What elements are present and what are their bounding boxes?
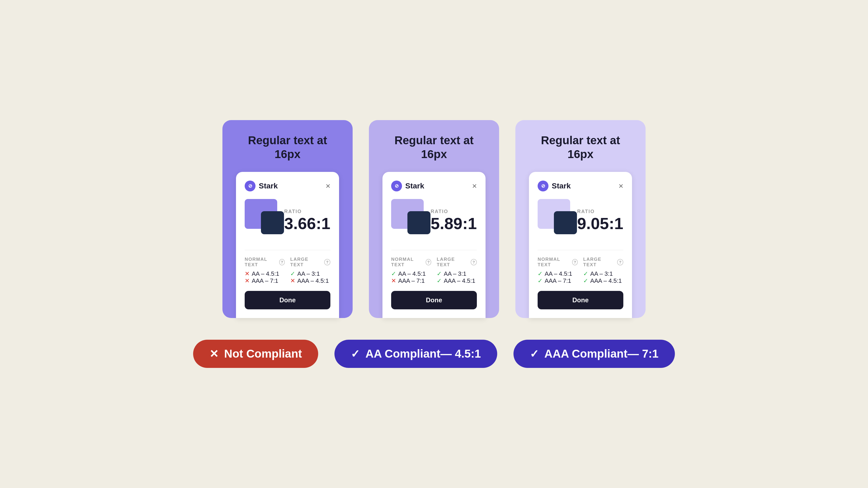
aaa-compliant-badge: ✓ AAA Compliant— 7:1 [514,340,675,368]
swatch-foreground-1 [261,211,284,234]
large-aaa-row-3: ✓ AAA – 4.5:1 [583,278,623,284]
ratio-label-3: RATIO [577,209,623,215]
normal-aaa-text-1: AAA – 7:1 [252,278,278,284]
large-aa-text-1: AA – 3:1 [297,270,320,278]
normal-text-header-1: NORMAL TEXT ? [245,257,285,268]
stark-label-3: Stark [552,182,571,190]
ratio-section-2: RATIO 5.89:1 [431,209,477,232]
not-compliant-badge: ✕ Not Compliant [193,340,318,368]
close-button-1[interactable]: × [326,182,330,190]
swatches-ratio-row-1: RATIO 3.66:1 [245,199,330,242]
large-text-label-3: LARGE TEXT [583,257,615,268]
large-aa-row-2: ✓ AA – 3:1 [437,270,477,278]
stark-label-2: Stark [405,182,424,190]
cross-icon-normal-aa-1: ✕ [245,270,250,278]
card-title-1: Regular text at 16px [236,134,339,161]
inner-card-1: ⊘ Stark × RATIO 3.66:1 [236,172,339,318]
aaa-compliant-label: AAA Compliant— 7:1 [545,347,659,360]
normal-aa-row-2: ✓ AA – 4.5:1 [391,270,431,278]
help-icon-large-1[interactable]: ? [324,259,330,265]
large-aa-text-2: AA – 3:1 [444,270,466,278]
inner-card-header-1: ⊘ Stark × [245,181,330,191]
stark-icon-2: ⊘ [391,181,402,191]
close-button-2[interactable]: × [472,182,477,190]
inner-card-2: ⊘ Stark × RATIO 5.89:1 [382,172,486,318]
done-button-3[interactable]: Done [538,291,623,310]
swatch-foreground-2 [407,211,431,234]
normal-text-label-2: NORMAL TEXT [391,257,424,268]
cross-icon-normal-aaa-1: ✕ [245,278,250,284]
check-icon-large-aa-2: ✓ [437,270,442,278]
card-title-3: Regular text at 16px [529,134,632,161]
large-aaa-row-1: ✕ AAA – 4.5:1 [290,278,330,284]
normal-text-label-3: NORMAL TEXT [538,257,570,268]
normal-aa-text-1: AA – 4.5:1 [252,270,279,278]
swatches-ratio-row-2: RATIO 5.89:1 [391,199,477,242]
normal-text-col-1: NORMAL TEXT ? ✕ AA – 4.5:1 ✕ AAA – 7:1 [245,257,285,284]
aa-compliant-icon: ✓ [351,348,360,360]
normal-aa-text-2: AA – 4.5:1 [398,270,426,278]
stark-logo-area-1: ⊘ Stark [245,181,278,191]
large-aaa-text-3: AAA – 4.5:1 [590,278,622,284]
normal-aaa-text-2: AAA – 7:1 [398,278,425,284]
divider-1 [245,250,330,250]
help-icon-large-3[interactable]: ? [617,259,623,265]
color-swatches-1 [245,199,276,234]
done-button-1[interactable]: Done [245,291,330,310]
large-text-col-3: LARGE TEXT ? ✓ AA – 3:1 ✓ AAA – 4.5:1 [583,257,623,284]
normal-aa-text-3: AA – 4.5:1 [545,270,572,278]
ratio-value-1: 3.66:1 [284,216,330,232]
large-aa-row-1: ✓ AA – 3:1 [290,270,330,278]
normal-aaa-row-1: ✕ AAA – 7:1 [245,278,285,284]
check-icon-large-aa-3: ✓ [583,270,588,278]
normal-text-col-2: NORMAL TEXT ? ✓ AA – 4.5:1 ✕ AAA – 7:1 [391,257,431,284]
cards-row: Regular text at 16px ⊘ Stark × [222,120,646,318]
inner-card-header-3: ⊘ Stark × [538,181,623,191]
compliance-columns-3: NORMAL TEXT ? ✓ AA – 4.5:1 ✓ AAA – 7:1 [538,257,623,284]
large-text-col-1: LARGE TEXT ? ✓ AA – 3:1 ✕ AAA – 4.5:1 [290,257,330,284]
check-icon-large-aa-1: ✓ [290,270,295,278]
ratio-section-1: RATIO 3.66:1 [284,209,330,232]
ratio-section-3: RATIO 9.05:1 [577,209,623,232]
normal-text-col-3: NORMAL TEXT ? ✓ AA – 4.5:1 ✓ AAA – 7:1 [538,257,578,284]
check-icon-normal-aa-2: ✓ [391,270,396,278]
large-aaa-text-2: AAA – 4.5:1 [444,278,475,284]
large-aaa-row-2: ✓ AAA – 4.5:1 [437,278,477,284]
normal-aaa-text-3: AAA – 7:1 [545,278,571,284]
normal-aaa-row-3: ✓ AAA – 7:1 [538,278,578,284]
badge-row: ✕ Not Compliant ✓ AA Compliant— 4.5:1 ✓ … [193,340,675,368]
swatch-foreground-3 [554,211,577,234]
large-text-label-2: LARGE TEXT [437,257,468,268]
close-button-3[interactable]: × [618,182,623,190]
done-button-2[interactable]: Done [391,291,477,310]
check-icon-normal-aa-3: ✓ [538,270,542,278]
help-icon-normal-2[interactable]: ? [426,259,431,265]
help-icon-normal-3[interactable]: ? [572,259,578,265]
large-text-header-3: LARGE TEXT ? [583,257,623,268]
help-icon-large-2[interactable]: ? [471,259,477,265]
stark-icon-1: ⊘ [245,181,255,191]
ratio-label-2: RATIO [431,209,477,215]
aaa-compliant-icon: ✓ [530,348,539,360]
card-wrapper-3: Regular text at 16px ⊘ Stark × [516,120,646,318]
check-icon-normal-aaa-3: ✓ [538,278,542,284]
help-icon-normal-1[interactable]: ? [279,259,285,265]
stark-logo-area-3: ⊘ Stark [538,181,571,191]
stark-icon-3: ⊘ [538,181,549,191]
stark-logo-area-2: ⊘ Stark [391,181,424,191]
card-wrapper-2: Regular text at 16px ⊘ Stark × [369,120,499,318]
normal-text-header-3: NORMAL TEXT ? [538,257,578,268]
large-aaa-text-1: AAA – 4.5:1 [297,278,329,284]
card-wrapper-1: Regular text at 16px ⊘ Stark × [222,120,352,318]
normal-aa-row-1: ✕ AA – 4.5:1 [245,270,285,278]
compliance-columns-2: NORMAL TEXT ? ✓ AA – 4.5:1 ✕ AAA – 7:1 [391,257,477,284]
large-text-header-2: LARGE TEXT ? [437,257,477,268]
outer-card-1: Regular text at 16px ⊘ Stark × [222,120,352,318]
aa-compliant-label: AA Compliant— 4.5:1 [365,347,481,360]
compliance-columns-1: NORMAL TEXT ? ✕ AA – 4.5:1 ✕ AAA – 7:1 [245,257,330,284]
divider-2 [391,250,477,250]
ratio-value-3: 9.05:1 [577,216,623,232]
divider-3 [538,250,623,250]
outer-card-3: Regular text at 16px ⊘ Stark × [516,120,646,318]
large-text-header-1: LARGE TEXT ? [290,257,330,268]
